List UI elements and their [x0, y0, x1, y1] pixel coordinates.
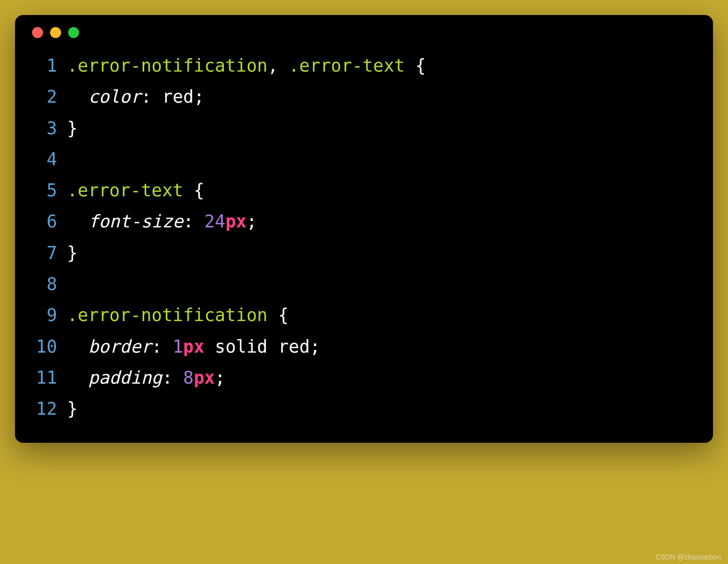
code-line: 3}: [29, 113, 699, 144]
token-unit: px: [194, 368, 215, 388]
code-line: 10 border: 1px solid red;: [29, 331, 699, 362]
line-number: 7: [29, 237, 57, 268]
code-editor-window: 1.error-notification, .error-text {2 col…: [15, 15, 713, 443]
token-punct: ;: [310, 337, 320, 357]
code-line: 7}: [29, 237, 699, 268]
line-content: padding: 8px;: [67, 362, 699, 393]
token-brace: {: [278, 305, 288, 325]
code-line: 12}: [29, 393, 699, 424]
token-selector: .error-notification: [67, 305, 267, 325]
close-icon[interactable]: [32, 27, 43, 38]
token-punct: [67, 87, 88, 107]
window-controls: [32, 27, 699, 38]
token-punct: [183, 180, 194, 200]
token-property: color: [88, 87, 141, 107]
line-number: 5: [29, 175, 57, 206]
line-number: 6: [29, 206, 57, 237]
line-content: [67, 144, 699, 175]
token-punct: [67, 337, 88, 357]
line-number: 8: [29, 268, 57, 300]
token-selector: .error-notification: [67, 56, 267, 76]
line-number: 3: [29, 113, 57, 144]
token-punct: [405, 56, 415, 76]
code-line: 11 padding: 8px;: [29, 362, 699, 393]
code-line: 6 font-size: 24px;: [29, 206, 699, 237]
code-line: 5.error-text {: [29, 175, 699, 206]
token-selector: .error-text: [67, 180, 183, 200]
token-number: 1: [173, 337, 183, 357]
token-number: 24: [204, 211, 225, 231]
code-area: 1.error-notification, .error-text {2 col…: [29, 50, 699, 425]
token-brace: }: [67, 399, 78, 419]
token-number: 8: [183, 368, 194, 388]
line-content: color: red;: [67, 81, 699, 112]
token-brace: }: [67, 118, 78, 138]
token-brace: {: [194, 180, 204, 200]
token-property: font-size: [88, 211, 183, 231]
line-content: .error-notification, .error-text {: [67, 50, 699, 81]
token-punct: ;: [215, 368, 225, 388]
token-punct: [267, 337, 278, 357]
code-line: 1.error-notification, .error-text {: [29, 50, 699, 81]
line-number: 2: [29, 81, 57, 112]
line-content: border: 1px solid red;: [67, 331, 699, 362]
token-value-keyword: solid: [215, 337, 267, 357]
line-content: }: [67, 237, 699, 268]
line-number: 11: [29, 362, 57, 393]
line-number: 4: [29, 144, 57, 175]
line-content: }: [67, 113, 699, 144]
line-content: .error-notification {: [67, 300, 699, 331]
line-content: [67, 268, 699, 300]
token-punct: [204, 337, 215, 357]
token-brace: }: [67, 243, 78, 263]
token-property: border: [88, 337, 151, 357]
code-line: 2 color: red;: [29, 81, 699, 112]
token-punct: ,: [267, 56, 288, 76]
token-selector: .error-text: [289, 56, 405, 76]
code-line: 9.error-notification {: [29, 300, 699, 331]
line-content: font-size: 24px;: [67, 206, 699, 237]
maximize-icon[interactable]: [68, 27, 79, 38]
line-number: 1: [29, 50, 57, 81]
token-value-keyword: red: [278, 337, 310, 357]
line-number: 9: [29, 300, 57, 331]
token-punct: ;: [194, 87, 204, 107]
token-punct: ;: [246, 211, 257, 231]
watermark-text: CSDN @zhaocarbon: [655, 553, 721, 561]
token-punct: :: [183, 211, 204, 231]
token-punct: :: [152, 337, 173, 357]
line-content: .error-text {: [67, 175, 699, 206]
line-number: 10: [29, 331, 57, 362]
token-unit: px: [183, 337, 204, 357]
token-unit: px: [225, 211, 246, 231]
token-punct: [267, 305, 278, 325]
token-punct: [67, 368, 88, 388]
token-punct: [67, 211, 88, 231]
minimize-icon[interactable]: [50, 27, 61, 38]
code-line: 4: [29, 144, 699, 175]
token-property: padding: [88, 368, 162, 388]
code-line: 8: [29, 268, 699, 300]
token-punct: :: [141, 87, 162, 107]
line-number: 12: [29, 393, 57, 424]
token-brace: {: [415, 56, 426, 76]
line-content: }: [67, 393, 699, 424]
token-punct: :: [162, 368, 183, 388]
token-value-keyword: red: [162, 87, 194, 107]
